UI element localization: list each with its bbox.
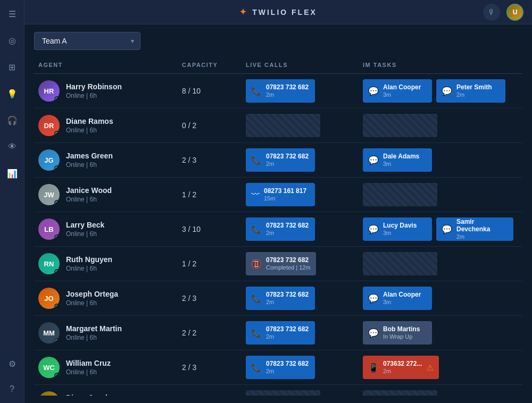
task-type-icon: 💬: [368, 224, 379, 234]
task-card[interactable]: 📞 07823 732 682 2m: [246, 287, 315, 310]
live-call-empty: [246, 114, 320, 137]
task-type-icon: 📱: [368, 363, 379, 373]
task-type-icon: 💬: [368, 86, 379, 96]
team-select-wrapper[interactable]: Team A: [34, 32, 140, 50]
warning-icon: ⚠: [426, 363, 434, 373]
live-calls-area: 📞 07823 732 682 2m: [246, 148, 363, 172]
agent-rows: HR Harry Robinson Online | 6h 8 / 10 📞 0…: [34, 74, 522, 396]
agent-info: LB Larry Beck Online | 6h: [38, 219, 182, 240]
task-card[interactable]: 💬 Peter Smith 2m: [436, 79, 505, 103]
status-dot: [54, 131, 60, 136]
agent-details: Diane Jacobs Online | 6h: [66, 393, 114, 396]
agent-capacity: 1 / 2: [182, 190, 246, 199]
task-time: 2m: [266, 299, 309, 306]
task-type-icon: 〰: [251, 190, 260, 199]
sidebar-chart-icon[interactable]: 📊: [5, 166, 20, 181]
task-card[interactable]: 💬 Lucy Davis 3m: [363, 217, 432, 241]
agent-row: JG James Green Online | 6h 2 / 3 📞 07823…: [34, 143, 522, 178]
task-card[interactable]: 📞 07823 732 682 2m: [246, 321, 315, 345]
sidebar-settings-icon[interactable]: ⚙: [5, 356, 20, 371]
agent-capacity: 2 / 3: [182, 156, 246, 164]
sidebar-target-icon[interactable]: ◎: [5, 33, 20, 48]
task-info: 07823 732 682 2m: [266, 291, 309, 306]
agent-details: Harry Robinson Online | 6h: [66, 82, 122, 99]
task-card[interactable]: 📞 07823 732 682 2m: [246, 79, 315, 103]
im-task-empty: [363, 183, 437, 206]
agent-avatar: RN: [38, 253, 60, 274]
task-name: Alan Cooper: [383, 291, 421, 298]
task-info: Bob Martins In Wrap Up: [383, 325, 420, 340]
im-tasks-area: 💬 Alan Cooper 3m 💬 Peter Smith 2m: [363, 79, 518, 103]
team-select[interactable]: Team A: [34, 32, 140, 50]
agent-avatar: WC: [38, 357, 60, 378]
agent-status: Online | 6h: [66, 127, 113, 134]
sidebar-headset-icon[interactable]: 🎧: [5, 113, 20, 128]
agent-name: James Green: [66, 152, 113, 160]
task-time: 15m: [264, 195, 306, 202]
sidebar-menu-icon[interactable]: ☰: [5, 6, 20, 21]
sidebar-layers-icon[interactable]: ⊞: [5, 60, 20, 74]
agent-info: RN Ruth Nguyen Online | 6h: [38, 253, 182, 274]
task-name: Samir Devchenka: [456, 218, 508, 233]
task-info: 07823 732 682 2m: [266, 153, 309, 167]
im-tasks-area: 💬 Alan Cooper 3m: [363, 287, 518, 310]
task-card[interactable]: 📞 07823 732 682 2m: [246, 217, 315, 241]
task-card[interactable]: 💬 Bob Martins In Wrap Up: [363, 321, 432, 345]
status-dot: [54, 269, 60, 274]
im-tasks-area: 💬 Bob Martins In Wrap Up: [363, 321, 518, 345]
task-card[interactable]: 📞 07823 732 682 2m: [246, 356, 315, 379]
task-card[interactable]: 📱 073632 272... 2m ⚠: [363, 356, 439, 379]
task-type-icon: 📞: [251, 155, 262, 165]
task-time: 2m: [456, 91, 492, 98]
task-type-icon: 📞: [251, 293, 262, 304]
agent-name: William Cruz: [66, 359, 111, 367]
task-card[interactable]: 💬 Alan Cooper 3m: [363, 79, 432, 103]
task-info: 08273 161 817 15m: [264, 187, 306, 202]
task-card[interactable]: 〰 08273 161 817 15m: [246, 183, 315, 206]
task-card[interactable]: 💬 Samir Devchenka 2m: [436, 217, 513, 241]
im-task-empty: [363, 114, 437, 137]
agent-row: LB Larry Beck Online | 6h 3 / 10 📞 07823…: [34, 212, 522, 247]
task-info: Samir Devchenka 2m: [456, 218, 508, 240]
task-card[interactable]: 📞 07823 732 682 2m: [246, 148, 315, 172]
agent-status: Online | 6h: [66, 161, 113, 169]
col-live-calls: LIVE CALLS: [246, 62, 363, 68]
user-avatar[interactable]: U: [506, 4, 523, 21]
sidebar-bulb-icon[interactable]: 💡: [5, 86, 20, 101]
topbar-right: 🎙 U: [483, 4, 523, 21]
col-capacity: CAPACITY: [182, 62, 246, 68]
task-time: In Wrap Up: [383, 333, 420, 340]
im-tasks-area: [363, 252, 518, 275]
sidebar-help-icon[interactable]: ?: [5, 382, 20, 397]
task-time: 3m: [383, 230, 417, 237]
agent-avatar: DJ: [38, 391, 60, 396]
agent-capacity: 2 / 3: [182, 294, 246, 303]
task-number: 07823 732 682: [266, 83, 309, 91]
agent-details: Diane Ramos Online | 6h: [66, 117, 113, 134]
team-selector: Team A: [34, 32, 522, 50]
task-name: Dale Adams: [383, 153, 419, 160]
status-dot: [54, 338, 60, 343]
task-card[interactable]: 💬 Dale Adams 3m: [363, 148, 432, 172]
task-info: 07823 732 682 2m: [266, 325, 309, 340]
agent-avatar: LB: [38, 219, 60, 240]
agent-details: William Cruz Online | 6h: [66, 359, 111, 376]
agent-name: Joseph Ortega: [66, 290, 118, 298]
col-agent: AGENT: [38, 62, 182, 68]
task-time: Completed | 12m: [266, 264, 311, 271]
task-type-icon: 💬: [442, 86, 452, 96]
live-calls-area: 📞 07823 732 682 2m: [246, 321, 363, 345]
task-card[interactable]: 📵 07823 732 682 Completed | 12m: [246, 252, 316, 275]
agent-avatar: MM: [38, 322, 60, 343]
agent-avatar: DR: [38, 115, 60, 136]
agent-row: JW Janice Wood Online | 6h 1 / 2 〰 08273…: [34, 178, 522, 212]
task-number: 07823 732 682: [266, 153, 309, 160]
sidebar-eye-icon[interactable]: 👁: [5, 139, 20, 154]
mic-button[interactable]: 🎙: [483, 4, 500, 21]
agent-avatar: JG: [38, 149, 60, 171]
agent-name: Harry Robinson: [66, 82, 122, 91]
task-name: Alan Cooper: [383, 83, 421, 91]
task-time: 3m: [383, 161, 419, 167]
task-card[interactable]: 💬 Alan Cooper 3m: [363, 287, 432, 310]
task-info: 07823 732 682 Completed | 12m: [266, 256, 311, 271]
